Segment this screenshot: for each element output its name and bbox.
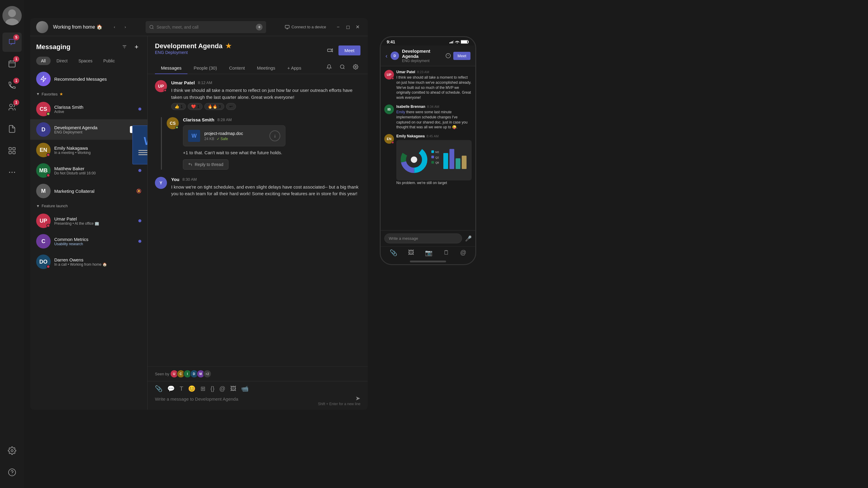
nav-calendar[interactable]: 1 — [2, 54, 22, 73]
muted-icon: 🔕 — [136, 189, 141, 193]
chat-subtitle[interactable]: ENG Deployment — [155, 50, 231, 55]
notification-icon[interactable] — [324, 62, 334, 72]
contact-matthew[interactable]: MB Matthew Baker Do Not Disturb until 16… — [30, 160, 147, 181]
phone-meet-button[interactable]: Meet — [453, 52, 470, 60]
feature-launch-section[interactable]: ▼ Feature launch — [30, 201, 147, 210]
table-icon[interactable]: ⊞ — [200, 385, 206, 392]
compose-icon[interactable]: + — [132, 42, 141, 52]
contact-common[interactable]: C Common Metrics Usability research — [30, 231, 147, 252]
dev-agenda-name: Development Agenda — [54, 125, 141, 130]
attach-icon[interactable]: 📎 — [155, 385, 162, 392]
common-unread — [138, 240, 141, 243]
maximize-button[interactable]: ◻ — [344, 23, 352, 31]
reaction-heart[interactable]: ❤️ 1 — [188, 103, 203, 110]
messaging-title: Messaging — [36, 43, 70, 51]
svg-point-28 — [457, 43, 458, 44]
contact-clarissa[interactable]: CS Clarissa Smith Active — [30, 99, 147, 119]
chat-header-actions: Meet — [325, 45, 361, 56]
phone-attach-icon[interactable]: 📎 — [390, 249, 397, 256]
video-toolbar-icon[interactable]: 📹 — [241, 385, 249, 392]
phone-msg-emily-text: No problem. we're still on target — [396, 181, 472, 186]
reaction-fire[interactable]: 🔥🔥 3 — [204, 103, 224, 110]
add-chat-button[interactable]: + — [256, 24, 262, 30]
nav-help[interactable] — [2, 463, 22, 482]
code-icon[interactable]: {} — [210, 385, 214, 392]
darren-info: Darren Owens In a call • Working from ho… — [54, 257, 141, 267]
reaction-thumbs[interactable]: 👍 1 — [171, 103, 186, 110]
nav-more[interactable] — [2, 163, 22, 182]
phone-mic-icon[interactable]: 🎤 — [465, 235, 472, 242]
connect-device-button[interactable]: Connect to a device — [282, 23, 329, 31]
thread-indent: CS Clarissa Smith 8:28 AM W — [161, 117, 361, 170]
phone-camera-icon[interactable]: 📷 — [425, 249, 433, 256]
back-button[interactable]: ‹ — [110, 22, 119, 32]
settings-chat-icon[interactable] — [351, 62, 361, 72]
nav-apps[interactable] — [2, 141, 22, 160]
user-avatar[interactable] — [2, 6, 22, 25]
phone-messages: UP Umar Patel 8:23 AM I think we should … — [381, 66, 475, 230]
close-button[interactable]: ✕ — [353, 23, 362, 31]
nav-people[interactable]: 1 — [2, 98, 22, 117]
filter-all[interactable]: All — [36, 57, 51, 65]
minimize-button[interactable]: − — [334, 23, 342, 31]
app-container: 5 1 1 1 — [0, 0, 868, 488]
send-button[interactable]: ➤ — [355, 395, 361, 402]
phone-sticker-icon[interactable]: 🗒 — [443, 249, 450, 256]
tab-meetings[interactable]: Meetings — [251, 62, 281, 74]
filter-direct[interactable]: Direct — [52, 57, 73, 65]
nav-files[interactable] — [2, 119, 22, 138]
reply-thread-button[interactable]: Reply to thread — [183, 159, 228, 170]
teams-window: Working from home 🏠 ‹ › + Connect to a d… — [30, 18, 368, 410]
chat-icon-toolbar[interactable]: 💬 — [167, 385, 175, 392]
contact-umar[interactable]: UP Umar Patel Presenting • At the office… — [30, 210, 147, 231]
image-icon[interactable]: 🖼 — [230, 385, 236, 392]
phone-msg-isabelle-content: Isabelle Brennan 8:34 AM Emily there wer… — [396, 104, 472, 130]
tab-messages[interactable]: Messages — [155, 62, 187, 74]
file-attachment[interactable]: W project-roadmap.doc 24 KB ✓ Safe — [183, 125, 285, 147]
forward-button[interactable]: › — [121, 22, 130, 32]
tab-people[interactable]: People (30) — [187, 62, 223, 74]
star-icon[interactable]: ★ — [225, 42, 231, 50]
phone-msg-emily-content: Emily Nakagawa 8:45 AM — [396, 134, 472, 186]
reaction-add[interactable]: ↩ — [226, 103, 236, 110]
seen-by-row: Seen by U C I D M +2 — [148, 366, 368, 381]
msg-clarissa-time: 8:28 AM — [217, 118, 232, 122]
phone-back-button[interactable]: ‹ — [385, 53, 388, 59]
contact-darren[interactable]: DO Darren Owens In a call • Working from… — [30, 252, 147, 272]
nav-calls[interactable]: 1 — [2, 76, 22, 95]
tab-content[interactable]: Content — [223, 62, 251, 74]
filter-icon[interactable] — [120, 42, 129, 52]
svg-rect-27 — [453, 40, 454, 43]
emoji-icon[interactable]: 😊 — [188, 385, 195, 392]
phone-mention-icon[interactable]: @ — [460, 249, 466, 256]
msg-self-header: You 8:30 AM — [171, 177, 361, 182]
search-chat-icon[interactable] — [338, 62, 347, 72]
messaging-actions: + — [120, 42, 141, 52]
message-input[interactable] — [155, 396, 355, 401]
recommended-messages[interactable]: Recommended Messages — [30, 69, 147, 89]
phone-msg-isabelle-header: Isabelle Brennan 8:34 AM — [396, 104, 472, 109]
file-name: project-roadmap.doc — [204, 131, 265, 136]
meet-button[interactable]: Meet — [338, 45, 361, 56]
video-icon[interactable] — [325, 45, 335, 55]
format-icon[interactable]: T — [180, 385, 183, 392]
filter-spaces[interactable]: Spaces — [73, 57, 97, 65]
mention-icon[interactable]: @ — [219, 385, 225, 392]
nav-chat[interactable]: 5 — [2, 33, 22, 52]
phone-image-icon[interactable]: 🖼 — [408, 249, 414, 256]
favorites-section[interactable]: ▼ Favorites ★ — [30, 89, 147, 99]
phone-message-input[interactable]: Write a message — [384, 233, 462, 243]
contact-dev-agenda[interactable]: D Development Agenda ENG Deployment + co… — [30, 119, 147, 140]
contact-marketing[interactable]: M Marketing Collateral 🔕 — [30, 181, 147, 201]
filter-public[interactable]: Public — [98, 57, 120, 65]
darren-status: In a call • Working from home 🏠 — [54, 262, 141, 267]
window-controls: − ◻ ✕ — [334, 23, 362, 31]
search-bar[interactable]: + — [146, 21, 266, 33]
nav-settings[interactable] — [2, 441, 22, 460]
search-input[interactable] — [156, 25, 253, 30]
matthew-unread — [138, 169, 141, 172]
phone-home-bar — [410, 261, 446, 262]
download-button[interactable]: ↓ — [270, 130, 280, 141]
contact-emily[interactable]: EN Emily Nakagawa In a meeting • Working — [30, 140, 147, 160]
tab-apps[interactable]: + Apps — [281, 62, 307, 74]
